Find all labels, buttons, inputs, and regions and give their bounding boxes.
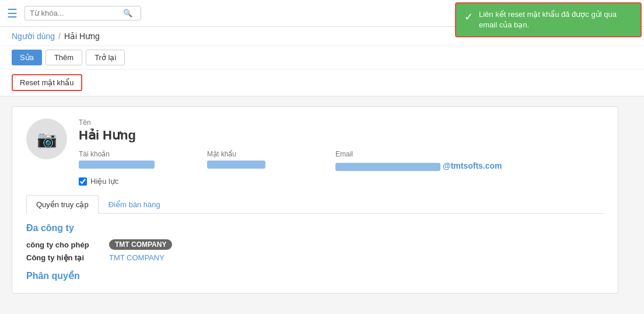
add-button[interactable]: Thêm xyxy=(46,50,82,65)
active-label: Hiệu lực xyxy=(90,177,119,186)
account-field-group: Tài khoản xyxy=(79,150,172,171)
edit-button[interactable]: Sửa xyxy=(12,50,42,65)
active-checkbox-row: Hiệu lực xyxy=(79,177,604,186)
search-icon: 🔍 xyxy=(123,9,132,18)
company-current-key: Công ty hiện tại xyxy=(26,253,102,262)
back-button[interactable]: Trở lại xyxy=(86,50,125,65)
user-full-name: Hải Hưng xyxy=(79,128,604,143)
permissions-title: Phân quyền xyxy=(26,270,604,281)
navbar: ☰ 🔍 ✓ Liên kết reset mật khẩu đã được gử… xyxy=(0,0,644,27)
tab-diem-banhang[interactable]: Điểm bán hàng xyxy=(99,195,170,214)
tab-quyen-truycap[interactable]: Quyền truy cập xyxy=(26,195,99,214)
account-label: Tài khoản xyxy=(79,150,172,158)
user-info-row: 📷 Tên Hải Hưng Tài khoản Mật khẩu Email xyxy=(26,118,604,186)
notification-box: ✓ Liên kết reset mật khẩu đã được gửi qu… xyxy=(455,2,642,37)
fields-row: Tài khoản Mật khẩu Email @tmtsofts.com xyxy=(79,150,604,171)
password-value xyxy=(207,161,265,169)
name-label: Tên xyxy=(79,118,604,127)
email-label: Email xyxy=(335,150,502,158)
company-current-row: Công ty hiện tại TMT COMPANY xyxy=(26,253,604,262)
email-suffix: @tmtsofts.com xyxy=(443,161,502,170)
email-field-group: Email @tmtsofts.com xyxy=(335,150,502,171)
password-label: Mật khẩu xyxy=(207,150,300,158)
email-value-blurred xyxy=(335,163,440,171)
company-current-value: TMT COMPANY xyxy=(109,253,164,262)
info-table: công ty cho phép TMT COMPANY Công ty hiệ… xyxy=(26,239,604,262)
breadcrumb-current: Hải Hưng xyxy=(64,32,100,41)
active-checkbox[interactable] xyxy=(79,177,87,186)
user-avatar-placeholder: 📷 xyxy=(26,118,67,159)
search-bar[interactable]: 🔍 xyxy=(24,6,141,20)
search-input[interactable] xyxy=(30,9,123,18)
reset-password-bar: Reset mật khẩu xyxy=(0,69,644,97)
reset-password-button[interactable]: Reset mật khẩu xyxy=(12,74,82,91)
check-icon: ✓ xyxy=(464,11,473,23)
company-allow-key: công ty cho phép xyxy=(26,240,102,249)
multi-company-title: Đa công ty xyxy=(26,223,604,233)
password-field-group: Mật khẩu xyxy=(207,150,300,171)
company-allow-row: công ty cho phép TMT COMPANY xyxy=(26,239,604,250)
user-card: 📷 Tên Hải Hưng Tài khoản Mật khẩu Email xyxy=(12,106,618,294)
breadcrumb-parent[interactable]: Người dùng xyxy=(12,32,55,41)
content-area: 📷 Tên Hải Hưng Tài khoản Mật khẩu Email xyxy=(0,97,644,303)
camera-icon: 📷 xyxy=(37,130,57,149)
user-details: Tên Hải Hưng Tài khoản Mật khẩu Email xyxy=(79,118,604,186)
notification-text: Liên kết reset mật khẩu đã được gửi qua … xyxy=(479,9,632,30)
action-bar: Sửa Thêm Trở lại xyxy=(0,46,644,69)
account-value xyxy=(79,161,155,169)
company-allow-badge: TMT COMPANY xyxy=(109,239,172,250)
email-row: @tmtsofts.com xyxy=(335,161,502,171)
tabs-bar: Quyền truy cập Điểm bán hàng xyxy=(26,195,604,214)
breadcrumb-separator: / xyxy=(58,32,61,41)
menu-icon[interactable]: ☰ xyxy=(7,6,18,20)
